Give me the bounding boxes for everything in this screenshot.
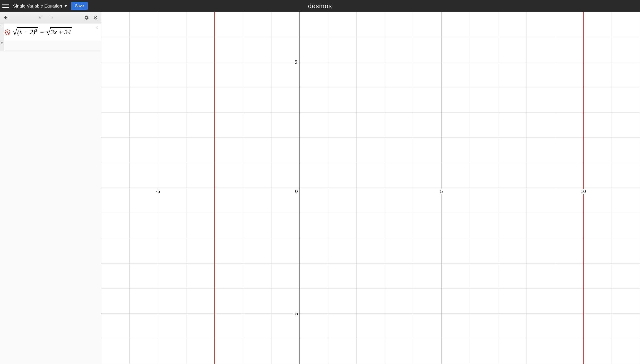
exponent: 2	[35, 28, 37, 33]
redo-icon	[48, 16, 53, 20]
undo-icon	[39, 16, 44, 20]
collapse-panel-button[interactable]	[92, 14, 99, 22]
graph-title-dropdown[interactable]: Single Variable Equation	[13, 4, 67, 8]
delete-expression-button[interactable]: ×	[94, 25, 100, 30]
redo-button[interactable]	[47, 14, 55, 22]
main-area: +	[0, 12, 640, 364]
plus-icon: +	[4, 14, 8, 21]
x-axis-label: 10	[580, 189, 586, 194]
radicand-left: (x − 2)	[17, 28, 35, 36]
close-icon: ×	[95, 24, 98, 30]
expression-color-badge[interactable]	[4, 24, 11, 41]
expression-row[interactable]: 1 √ (x − 2)2 = √ 3x	[0, 24, 101, 41]
chevron-down-icon	[64, 5, 67, 7]
desmos-logo: desmos	[308, 2, 332, 10]
solution-line[interactable]	[214, 12, 215, 364]
expression-content[interactable]	[11, 41, 101, 51]
undo-button[interactable]	[38, 14, 46, 22]
graph-title: Single Variable Equation	[13, 4, 62, 8]
equals-sign: =	[40, 28, 44, 36]
y-axis-label: -5	[293, 311, 299, 316]
expression-list: 1 √ (x − 2)2 = √ 3x	[0, 24, 101, 364]
x-axis-label: -5	[155, 189, 161, 194]
gear-icon	[84, 15, 89, 20]
x-axis-label: 0	[294, 189, 298, 194]
expression-panel: +	[0, 12, 101, 364]
wave-icon	[5, 30, 10, 35]
settings-button[interactable]	[83, 14, 90, 22]
radicand-right: 3x + 34	[50, 27, 72, 36]
menu-icon[interactable]	[2, 2, 9, 10]
expression-index: 2	[0, 41, 4, 51]
solution-line[interactable]	[583, 12, 584, 364]
x-axis-label: 5	[440, 189, 443, 194]
expression-toolbar: +	[0, 12, 101, 24]
add-expression-button[interactable]: +	[2, 14, 10, 22]
graph-canvas[interactable]: -50510-55	[101, 12, 640, 364]
expression-content[interactable]: √ (x − 2)2 = √ 3x + 34	[11, 24, 101, 41]
expression-row[interactable]: 2	[0, 41, 101, 52]
app-header: Single Variable Equation Save desmos	[0, 0, 640, 12]
save-button[interactable]: Save	[71, 2, 88, 10]
chevron-double-left-icon	[93, 15, 98, 20]
y-axis-label: 5	[294, 60, 298, 65]
graph-grid	[101, 12, 640, 364]
expression-index: 1	[0, 24, 4, 41]
